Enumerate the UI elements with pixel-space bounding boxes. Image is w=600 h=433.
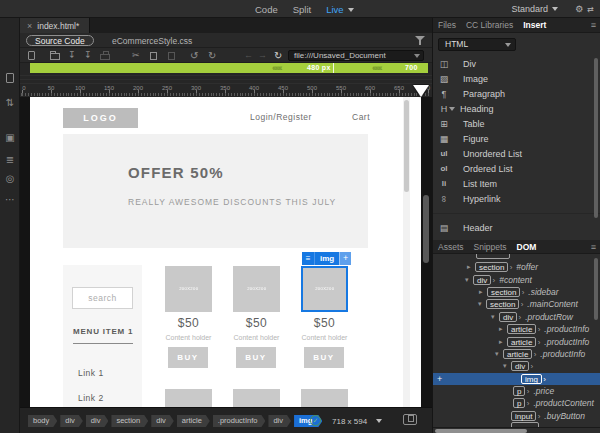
dom-horizontal-scrollbar[interactable]: [433, 427, 600, 433]
selected-element-name[interactable]: img: [315, 252, 339, 265]
add-element-icon[interactable]: +: [437, 374, 442, 384]
sync-icon[interactable]: ⇄: [587, 5, 594, 14]
dom-node-p-productcontent[interactable]: p .productContent: [433, 397, 600, 409]
dom-node-partial[interactable]: [476, 254, 510, 259]
dom-node-section-maincontent[interactable]: ▾ section .mainContent: [433, 298, 600, 310]
insert-item-figure[interactable]: ▦ Figure: [433, 131, 600, 146]
tag-chip[interactable]: div: [151, 415, 174, 427]
buy-button[interactable]: BUY: [236, 347, 276, 368]
print-icon[interactable]: [100, 50, 110, 63]
add-element-icon[interactable]: +: [339, 252, 351, 265]
dom-node-div-productrow[interactable]: ▾ div .productRow: [433, 311, 600, 323]
tab-insert[interactable]: Insert: [523, 20, 546, 30]
refresh-icon[interactable]: ↻: [274, 50, 282, 61]
undo-icon[interactable]: ↺: [190, 50, 198, 61]
product-image[interactable]: [165, 389, 212, 407]
chevron-down-icon[interactable]: [348, 8, 354, 12]
expand-icon[interactable]: ▸: [499, 338, 507, 346]
insert-item-paragraph[interactable]: ¶ Paragraph: [433, 86, 600, 101]
insert-item-image[interactable]: ▨ Image: [433, 71, 600, 86]
tag-chip[interactable]: div: [86, 415, 109, 427]
panel-menu-icon[interactable]: ≡: [591, 20, 596, 30]
tab-split[interactable]: Split: [293, 4, 311, 15]
product-image-selected[interactable]: 200X200: [301, 266, 348, 312]
tag-chip[interactable]: body: [28, 415, 57, 427]
chevron-down-icon[interactable]: [449, 107, 455, 111]
address-bar[interactable]: file:///Unsaved_Document: [288, 50, 424, 61]
product-image[interactable]: [233, 389, 280, 407]
tab-snippets[interactable]: Snippets: [474, 242, 507, 252]
dom-node-div[interactable]: ▾ div: [433, 360, 600, 372]
dom-node-p-price[interactable]: p .price: [433, 385, 600, 397]
close-icon[interactable]: ×: [27, 21, 32, 31]
hamburger-icon[interactable]: ≡: [302, 252, 315, 265]
collapse-icon[interactable]: ▾: [465, 276, 473, 284]
collapse-icon[interactable]: ▾: [478, 300, 486, 308]
tab-assets[interactable]: Assets: [438, 242, 464, 252]
tag-chip[interactable]: section: [111, 415, 148, 427]
tag-chip[interactable]: div: [268, 415, 291, 427]
inspect-icon[interactable]: ▣: [0, 133, 20, 143]
forward-icon[interactable]: →: [258, 50, 267, 61]
filter-icon[interactable]: [415, 36, 425, 46]
open-folder-icon[interactable]: [50, 50, 60, 63]
lint-ok-icon[interactable]: ✓: [310, 415, 321, 426]
save-all-icon[interactable]: ↧: [84, 50, 92, 61]
insert-item-unordered-list[interactable]: ul Unordered List: [433, 146, 600, 161]
dom-node-section-sidebar[interactable]: ▸ section .sidebar: [433, 286, 600, 298]
document-tab[interactable]: × index.html*: [20, 18, 90, 33]
product-image[interactable]: 200X200: [233, 266, 280, 312]
save-icon[interactable]: ↧: [68, 50, 76, 61]
dom-node-article-productinfo[interactable]: ▸ article .productInfo: [433, 323, 600, 335]
collapse-icon[interactable]: ▾: [495, 350, 503, 358]
design-scrollbar[interactable]: [403, 97, 410, 407]
tag-chip[interactable]: article: [177, 415, 210, 427]
insert-item-heading[interactable]: H Heading: [433, 101, 600, 116]
expand-icon[interactable]: ▸: [499, 325, 507, 333]
source-code-button[interactable]: Source Code: [26, 35, 94, 46]
dom-node-div-content[interactable]: ▾ div #content: [433, 273, 600, 285]
product-image[interactable]: [301, 389, 348, 407]
expand-icon[interactable]: ▸: [467, 263, 475, 271]
product-image[interactable]: 200X200: [165, 266, 212, 312]
dom-node-article-productinfo[interactable]: ▸ article .productInfo: [433, 335, 600, 347]
tab-files[interactable]: Files: [438, 20, 456, 30]
collapse-icon[interactable]: ▾: [503, 362, 511, 370]
buy-button[interactable]: BUY: [304, 347, 344, 368]
back-icon[interactable]: ←: [244, 50, 253, 61]
media-query-bar[interactable]: ‹‹‹‹‹‹ 480 px ‹‹‹‹‹‹ 700 px: [30, 63, 428, 73]
dom-node-img-selected[interactable]: + img: [433, 373, 600, 385]
viewport-resize-handle[interactable]: [413, 85, 429, 97]
buy-button[interactable]: BUY: [168, 347, 208, 368]
tab-dom[interactable]: DOM: [517, 242, 537, 252]
menu-link-1[interactable]: Link 1: [78, 368, 104, 378]
insert-item-ordered-list[interactable]: ol Ordered List: [433, 161, 600, 176]
redo-icon[interactable]: ↻: [208, 50, 216, 61]
layers-icon[interactable]: ≣: [0, 155, 20, 165]
new-document-icon[interactable]: [0, 73, 20, 85]
new-file-icon[interactable]: [28, 50, 35, 63]
dom-node-input-buybutton[interactable]: input .buyButton: [433, 410, 600, 422]
workspace-switcher[interactable]: Standard: [511, 0, 558, 18]
chevron-down-icon[interactable]: [414, 54, 420, 58]
insert-scrollbar-thumb[interactable]: [594, 58, 598, 218]
tag-chip[interactable]: div: [60, 415, 83, 427]
insert-item-hyperlink[interactable]: ∞ Hyperlink: [433, 191, 600, 206]
sort-icon[interactable]: ⇅: [0, 98, 20, 108]
insert-item-div[interactable]: ◫ Div: [433, 56, 600, 71]
tab-code[interactable]: Code: [255, 4, 278, 15]
collapse-icon[interactable]: ▾: [491, 313, 499, 321]
menu-link-2[interactable]: Link 2: [78, 393, 104, 403]
device-preview-icon[interactable]: [403, 414, 417, 425]
expand-icon[interactable]: ▸: [479, 288, 487, 296]
panel-menu-icon[interactable]: ≡: [591, 242, 596, 252]
gear-icon[interactable]: ⚙: [575, 4, 583, 14]
insert-category-dropdown[interactable]: HTML: [438, 38, 516, 51]
search-input[interactable]: search: [72, 287, 133, 309]
copy-icon[interactable]: [150, 50, 157, 63]
more-icon[interactable]: ⋯: [0, 195, 20, 205]
login-register-link[interactable]: Login/Register: [250, 112, 312, 122]
panel-scrollbar-thumb[interactable]: [423, 195, 429, 263]
insert-item-header[interactable]: ▤ Header: [433, 220, 600, 235]
paste-icon[interactable]: [168, 50, 175, 63]
